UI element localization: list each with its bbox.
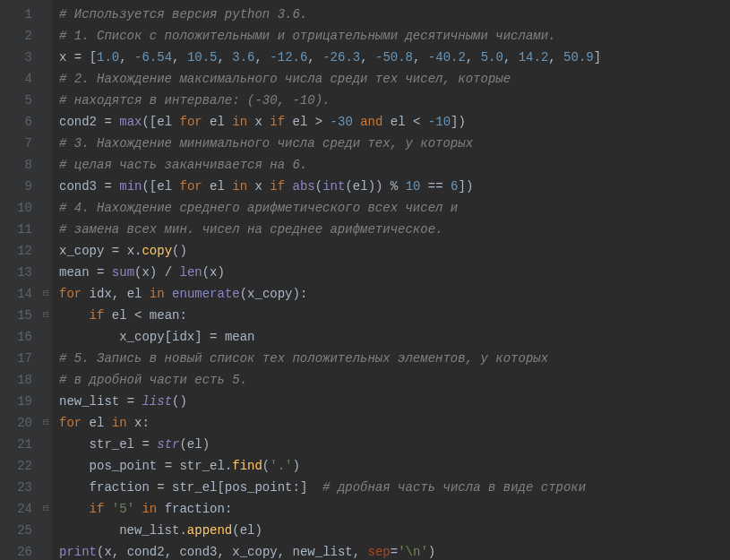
code-line[interactable]: cond3 = min([el for el in x if abs(int(e…	[59, 176, 601, 197]
token-var: mean	[59, 265, 97, 280]
code-line[interactable]: # в дробной части есть 5.	[59, 369, 601, 391]
token-var: new_list	[59, 394, 127, 409]
token-var: mean	[225, 330, 255, 344]
token-str: '5'	[112, 502, 134, 516]
code-area[interactable]: # Используется версия python 3.6.# 1. Сп…	[52, 0, 601, 560]
code-line[interactable]: x = [1.0, -6.54, 10.5, 3.6, -12.6, -26.3…	[59, 47, 601, 68]
fold-spacer	[39, 111, 52, 133]
fold-spacer	[39, 219, 52, 240]
code-line[interactable]: # 3. Нахождение минимального числа среди…	[59, 133, 601, 154]
fold-toggle-icon[interactable]: ⊟	[39, 283, 52, 305]
token-builtin: int	[322, 179, 345, 194]
code-editor[interactable]: 1234567891011121314151617181920212223242…	[0, 0, 730, 560]
token-var: el	[285, 115, 315, 129]
code-line[interactable]: pos_point = str_el.find('.')	[59, 455, 601, 477]
fold-column: ⊟⊟⊟⊟	[39, 0, 52, 560]
token-var: idx	[172, 330, 194, 344]
token-kw: in	[112, 416, 127, 430]
token-builtin: abs	[293, 179, 315, 194]
line-number: 11	[11, 219, 32, 240]
code-line[interactable]: print(x, cond2, cond3, x_copy, new_list,…	[59, 541, 601, 560]
code-line[interactable]: # Используется версия python 3.6.	[59, 4, 601, 25]
token-bracket: ])	[458, 179, 473, 194]
token-var: cond2	[59, 115, 104, 129]
token-var: el	[353, 179, 368, 194]
token-builtin: min	[119, 179, 142, 194]
token-kw: if	[270, 115, 285, 129]
token-op: ,	[548, 50, 563, 65]
code-line[interactable]: # 2. Нахождение максимального числа сред…	[59, 68, 601, 90]
code-line[interactable]: x_copy[idx] = mean	[59, 326, 601, 348]
token-comment: # 5. Запись в новый список тех положител…	[59, 351, 548, 366]
token-var: x.	[127, 244, 142, 258]
token-op: =	[202, 330, 225, 344]
token-op: ,	[353, 545, 368, 559]
token-comment: # 3. Нахождение минимального числа среди…	[59, 136, 473, 151]
token-num: -30	[331, 115, 353, 129]
token-var	[104, 502, 111, 516]
token-bracket: (	[202, 265, 210, 280]
token-assign: =	[112, 244, 127, 258]
token-kw: if	[270, 179, 285, 194]
token-var: x	[210, 265, 217, 280]
fold-spacer	[39, 369, 52, 391]
token-kw: and	[360, 115, 382, 129]
code-line[interactable]: str_el = str(el)	[59, 434, 601, 455]
token-var: el	[157, 179, 179, 194]
code-line[interactable]: new_list.append(el)	[59, 520, 601, 541]
token-var: new_list.	[59, 523, 187, 538]
line-number: 6	[11, 111, 32, 133]
token-bracket: [	[165, 330, 172, 344]
fold-spacer	[39, 154, 52, 176]
token-var: el	[240, 523, 255, 538]
code-line[interactable]: for idx, el in enumerate(x_copy):	[59, 283, 601, 305]
token-bracket: (	[345, 179, 352, 194]
fold-spacer	[39, 477, 52, 498]
code-line[interactable]: # 1. Список с положительными и отрицател…	[59, 25, 601, 47]
code-line[interactable]: if el < mean:	[59, 305, 601, 326]
token-op: ==	[420, 179, 451, 194]
code-line[interactable]: for el in x:	[59, 412, 601, 434]
token-comment: # 1. Список с положительными и отрицател…	[59, 29, 556, 43]
token-var: str_el.	[179, 459, 232, 473]
line-number: 17	[11, 348, 32, 369]
token-num: 50.9	[563, 50, 594, 65]
token-num: 14.2	[519, 50, 549, 65]
token-kw: in	[150, 287, 165, 301]
line-number: 7	[11, 133, 32, 154]
token-op: ,	[413, 50, 428, 65]
token-var	[285, 179, 292, 194]
token-op: ,	[503, 50, 519, 65]
token-comment: # целая часть заканчивается на 6.	[59, 158, 307, 172]
token-kw: if	[90, 308, 105, 323]
fold-toggle-icon[interactable]: ⊟	[39, 305, 52, 326]
fold-toggle-icon[interactable]: ⊟	[39, 498, 52, 520]
code-line[interactable]: mean = sum(x) / len(x)	[59, 262, 601, 283]
code-line[interactable]: cond2 = max([el for el in x if el > -30 …	[59, 111, 601, 133]
token-func: append	[187, 523, 232, 538]
token-kw: in	[232, 179, 247, 194]
fold-spacer	[39, 541, 52, 560]
code-line[interactable]: fraction = str_el[pos_point:] # дробная …	[59, 477, 601, 498]
fold-spacer	[39, 326, 52, 348]
code-line[interactable]: x_copy = x.copy()	[59, 240, 601, 262]
code-line[interactable]: # замена всех мин. чисел на среднее ариф…	[59, 219, 601, 240]
token-comment: # находятся в интервале: (-30, -10).	[59, 93, 330, 108]
token-bracket: ()	[172, 244, 187, 258]
token-op: ,	[466, 50, 481, 65]
code-line[interactable]: # 5. Запись в новый список тех положител…	[59, 348, 601, 369]
token-bracket: ()	[172, 394, 187, 409]
code-line[interactable]: new_list = list()	[59, 391, 601, 412]
token-var: x	[127, 416, 142, 430]
fold-spacer	[39, 68, 52, 90]
token-bracket: ]	[594, 50, 601, 65]
fold-toggle-icon[interactable]: ⊟	[39, 412, 52, 434]
code-line[interactable]: # 4. Нахождение среднего арифметического…	[59, 197, 601, 219]
code-line[interactable]: # целая часть заканчивается на 6.	[59, 154, 601, 176]
code-line[interactable]: # находятся в интервале: (-30, -10).	[59, 90, 601, 111]
code-line[interactable]: if '5' in fraction:	[59, 498, 601, 520]
line-number: 14	[11, 283, 32, 305]
token-var	[59, 502, 90, 516]
token-var: x_copy	[59, 330, 165, 344]
fold-spacer	[39, 4, 52, 25]
